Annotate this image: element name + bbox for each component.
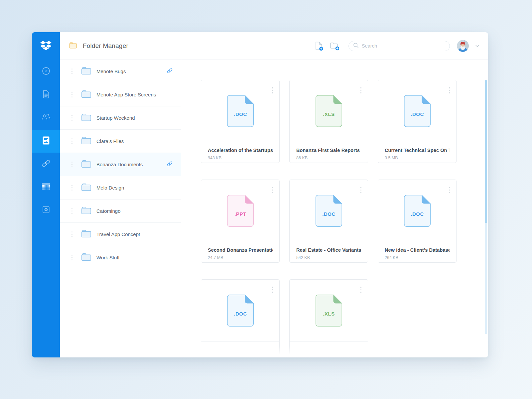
app-window: Folder Manager Menote Bugs bbox=[32, 32, 488, 357]
file-content-area: .DOC Acceleration of the Startups 943 KB bbox=[181, 60, 488, 357]
drag-handle-icon[interactable] bbox=[70, 136, 74, 146]
file-title: Acceleration of the Startups bbox=[208, 148, 273, 153]
folder-label: Catomingo bbox=[96, 208, 121, 214]
folder-blue-icon bbox=[81, 253, 91, 263]
folder-row[interactable]: Startup Weekend bbox=[60, 106, 181, 130]
file-card[interactable]: .XLS Bonanza First Sale Reports 2017 86 … bbox=[289, 80, 368, 163]
card-footer: New idea - Client’s Database 264 KB bbox=[378, 242, 456, 260]
folder-label: Menote App Store Screens bbox=[96, 92, 156, 97]
card-menu-button[interactable] bbox=[359, 285, 363, 294]
shared-link-icon[interactable] bbox=[166, 161, 173, 169]
file-preview: .DOC bbox=[201, 80, 279, 142]
card-menu-button[interactable] bbox=[359, 186, 363, 195]
sidebar-item-documents[interactable] bbox=[32, 83, 60, 107]
search-input[interactable] bbox=[362, 43, 445, 49]
file-size: 542 KB bbox=[296, 255, 361, 260]
folder-blue-icon bbox=[81, 90, 91, 100]
drag-handle-icon[interactable] bbox=[70, 90, 74, 99]
calendar-icon bbox=[41, 183, 51, 192]
card-menu-button[interactable] bbox=[359, 86, 363, 95]
folder-row[interactable]: Catomingo bbox=[60, 200, 181, 223]
card-menu-button[interactable] bbox=[271, 285, 275, 294]
folder-panel: Folder Manager Menote Bugs bbox=[60, 32, 181, 357]
file-preview: .DOC bbox=[378, 180, 456, 242]
file-card[interactable]: .DOC New idea - Client’s Database 264 KB bbox=[378, 180, 457, 263]
topbar bbox=[181, 32, 488, 60]
file-size: 264 KB bbox=[385, 255, 450, 260]
chevron-down-icon[interactable] bbox=[475, 45, 479, 48]
folder-yellow-icon bbox=[69, 42, 77, 50]
file-preview: .DOC bbox=[201, 280, 279, 342]
shared-link-icon[interactable] bbox=[166, 67, 173, 75]
drag-handle-icon[interactable] bbox=[70, 253, 74, 262]
card-menu-button[interactable] bbox=[271, 186, 275, 195]
card-menu-button[interactable] bbox=[448, 86, 452, 95]
card-footer: Bonanza First Sale Reports 2017 86 KB bbox=[290, 142, 368, 160]
file-title: New idea - Client’s Database bbox=[385, 247, 450, 253]
folder-row[interactable]: Bonanza Documents bbox=[60, 153, 181, 176]
new-file-button[interactable] bbox=[315, 41, 324, 51]
file-card[interactable]: .PPT Second Bonanza Presentation 24.7 MB bbox=[201, 180, 280, 263]
folder-blue-icon bbox=[81, 183, 91, 193]
sidebar-item-links[interactable] bbox=[32, 153, 60, 176]
folder-row[interactable]: Travel App Concept bbox=[60, 223, 181, 246]
folder-row[interactable]: Work Stuff bbox=[60, 246, 181, 269]
drag-handle-icon[interactable] bbox=[70, 113, 74, 123]
file-card[interactable]: .DOC Current Technical Spec On Te... 3.5… bbox=[378, 80, 457, 163]
scrollbar-track[interactable] bbox=[485, 80, 487, 334]
folder-row[interactable]: Melo Design bbox=[60, 176, 181, 200]
file-title: Bonanza First Sale Reports 2017 bbox=[296, 148, 361, 153]
scrollbar-thumb[interactable] bbox=[485, 80, 487, 223]
card-footer: Acceleration of the Startups 943 KB bbox=[201, 142, 279, 160]
file-type-icon: .DOC bbox=[227, 95, 254, 127]
folder-panel-header: Folder Manager bbox=[60, 32, 181, 60]
file-type-icon: .DOC bbox=[316, 195, 342, 227]
drag-handle-icon[interactable] bbox=[70, 160, 74, 169]
folder-label: Clara’s Files bbox=[96, 138, 124, 144]
file-card[interactable]: .XLS bbox=[289, 279, 368, 357]
link-icon bbox=[41, 159, 51, 170]
folder-blue-icon bbox=[81, 160, 91, 170]
sidebar-item-media[interactable] bbox=[32, 130, 60, 153]
file-title: Second Bonanza Presentation bbox=[208, 247, 273, 253]
card-menu-button[interactable] bbox=[448, 186, 452, 195]
sidebar-nav bbox=[32, 60, 60, 222]
folder-row[interactable]: Menote Bugs bbox=[60, 60, 181, 83]
user-avatar[interactable] bbox=[457, 40, 469, 52]
card-menu-button[interactable] bbox=[271, 86, 275, 95]
new-folder-button[interactable] bbox=[330, 42, 340, 51]
file-preview: .XLS bbox=[290, 80, 368, 142]
folder-blue-icon bbox=[81, 136, 91, 146]
file-size: 3.5 MB bbox=[385, 156, 450, 160]
file-size: 86 KB bbox=[296, 156, 361, 160]
folder-blue-icon bbox=[81, 229, 91, 239]
folder-label: Work Stuff bbox=[96, 255, 119, 260]
sidebar-item-calendar[interactable] bbox=[32, 176, 60, 199]
drag-handle-icon[interactable] bbox=[70, 183, 74, 193]
dropbox-logo bbox=[32, 41, 60, 51]
file-card[interactable]: .DOC Real Estate - Office Variants 542 K… bbox=[289, 180, 368, 263]
card-footer: Real Estate - Office Variants 542 KB bbox=[290, 242, 368, 260]
file-card[interactable]: .DOC bbox=[201, 279, 280, 357]
drag-handle-icon[interactable] bbox=[70, 66, 74, 76]
file-preview: .DOC bbox=[378, 80, 456, 142]
folder-row[interactable]: Clara’s Files bbox=[60, 130, 181, 153]
folder-row[interactable]: Menote App Store Screens bbox=[60, 83, 181, 106]
sidebar-item-apps[interactable] bbox=[32, 199, 60, 222]
sidebar-item-team[interactable] bbox=[32, 106, 60, 130]
drag-handle-icon[interactable] bbox=[70, 206, 74, 216]
file-card[interactable]: .DOC Acceleration of the Startups 943 KB bbox=[201, 80, 280, 163]
svg-text:.DOC: .DOC bbox=[411, 111, 424, 117]
file-type-icon: .XLS bbox=[316, 95, 342, 127]
card-footer: Second Bonanza Presentation 24.7 MB bbox=[201, 242, 279, 260]
svg-text:.XLS: .XLS bbox=[323, 311, 334, 317]
gallery-icon bbox=[42, 136, 50, 146]
folder-label: Melo Design bbox=[96, 185, 124, 191]
drag-handle-icon[interactable] bbox=[70, 229, 74, 239]
card-footer bbox=[290, 342, 368, 347]
svg-text:.DOC: .DOC bbox=[322, 211, 335, 217]
search-icon bbox=[353, 43, 359, 50]
page-title: Folder Manager bbox=[83, 42, 128, 50]
file-type-icon: .DOC bbox=[404, 195, 431, 227]
sidebar-item-recents[interactable] bbox=[32, 60, 60, 83]
